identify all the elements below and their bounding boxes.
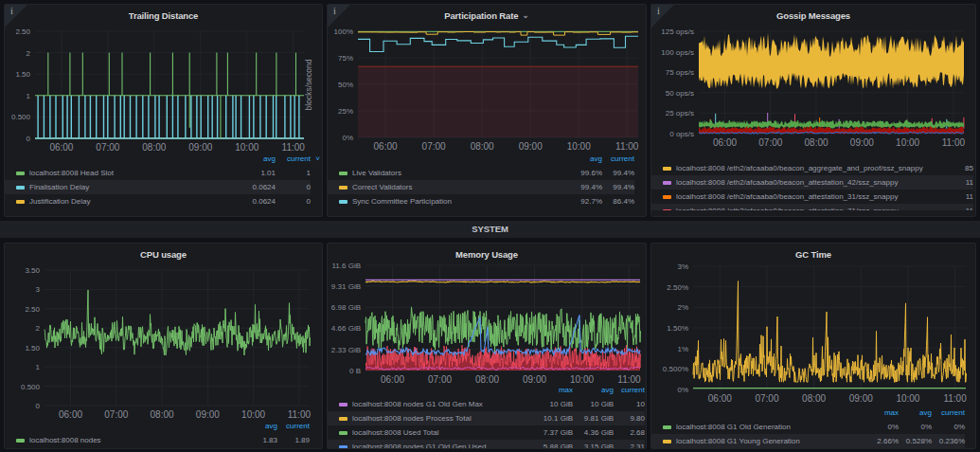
y-tick-label: 2 (36, 324, 41, 333)
y-tick-label: 0.500% (663, 365, 688, 373)
legend-value: 9.81 GiB (573, 411, 614, 425)
x-tick-label: 07:00 (422, 141, 446, 152)
legend-sort-max[interactable]: max (527, 384, 573, 397)
x-tick-label: 06:00 (708, 393, 732, 404)
legend-row-gossip-messages-3[interactable]: localhost:8008 /eth2/afcaaba0/beacon_att… (651, 204, 973, 210)
legend-sort-current[interactable]: current ˅ (276, 153, 311, 166)
legend-row-gc-time-1[interactable]: localhost:8008 G1 Young Generation2.66%0… (651, 434, 965, 448)
legend-row-trailing-distance-1[interactable]: Finalisation Delay0.06240 (5, 180, 311, 194)
legend-value: 11 (953, 204, 973, 210)
series-threshold (358, 66, 638, 137)
legend-sort-avg[interactable]: avg (230, 153, 276, 166)
legend-value: 0% (853, 420, 899, 434)
legend-value: 0 (276, 180, 311, 194)
y-tick-label: 1% (677, 345, 688, 353)
legend-row-gossip-messages-1[interactable]: localhost:8008 /eth2/afcaaba0/beacon_att… (651, 175, 973, 190)
legend-row-cpu-usage-0[interactable]: localhost:8008 nodes1.831.89 (5, 433, 310, 447)
legend-gc-time: maxavgcurrentlocalhost:8008 G1 Old Gener… (651, 407, 975, 448)
y-tick-label: 75 ops/s (666, 68, 694, 77)
legend-row-memory-usage-0[interactable]: localhost:8008 nodes G1 Old Gen Max10 Gi… (328, 397, 645, 411)
legend-label: localhost:8008 Used Total (352, 425, 527, 440)
x-tick-label: 09:00 (188, 142, 212, 153)
series-used-total (365, 307, 641, 353)
y-tick-label: 11.6 GiB (331, 262, 361, 270)
legend-label: localhost:8008 /eth2/afcaaba0/beacon_agg… (676, 161, 953, 175)
y-tick-label: 2.50 (15, 27, 30, 36)
x-tick-label: 11:00 (942, 137, 966, 148)
legend-sort-avg[interactable]: avg (232, 420, 277, 433)
legend-value: 1.89 (277, 433, 310, 447)
y-tick-label: 125 ops/s (661, 27, 694, 36)
panel-info-corner[interactable]: i (328, 5, 350, 27)
legend-sort-label: current (286, 422, 310, 430)
x-tick-label: 10:00 (567, 141, 591, 152)
panel-gossip-messages: iGossip Messages0 ops/s25 ops/s50 ops/s7… (650, 4, 976, 217)
panel-participation-rate: iParticipation Rate⌄0%25%50%75%100%06:00… (327, 4, 647, 217)
legend-row-trailing-distance-0[interactable]: localhost:8008 Head Slot1.011 (5, 166, 311, 180)
y-tick-label: 25% (338, 107, 353, 116)
panel-info-corner[interactable]: i (651, 5, 674, 27)
legend-sort-current[interactable]: current (932, 407, 965, 420)
y-tick-label: 3% (677, 262, 688, 271)
legend-row-gossip-messages-2[interactable]: localhost:8008 /eth2/afcaaba0/beacon_att… (651, 190, 973, 204)
panel-title-cpu-usage[interactable]: CPU usage (33, 246, 294, 262)
legend-sort-avg[interactable]: avg (573, 384, 614, 397)
panel-info-corner[interactable]: i (5, 5, 27, 27)
y-tick-label: 2% (677, 303, 688, 312)
series-color-swatch (663, 195, 671, 199)
y-tick-label: 100% (334, 27, 353, 36)
y-tick-label: 0% (677, 386, 688, 394)
legend-value: 0 (276, 194, 311, 208)
legend-row-gc-time-0[interactable]: localhost:8008 G1 Old Generation0%0%0% (651, 420, 965, 434)
legend-row-participation-rate-0[interactable]: Live Validators99.6%99.4% (328, 166, 634, 180)
row-header-label: SYSTEM (472, 224, 508, 234)
legend-row-trailing-distance-2[interactable]: Justification Delay0.06240 (5, 194, 311, 208)
legend-sort-current[interactable]: current (614, 384, 645, 397)
legend-row-memory-usage-1[interactable]: localhost:8008 nodes Process Total10.1 G… (328, 411, 645, 425)
legend-row-gossip-messages-0[interactable]: localhost:8008 /eth2/afcaaba0/beacon_agg… (651, 161, 973, 175)
series-color-swatch (663, 425, 671, 429)
panel-title-gc-time[interactable]: GC Time (680, 246, 947, 262)
panel-memory-usage: Memory Usage0 B2.33 GiB4.66 GiB6.98 GiB9… (327, 243, 647, 449)
legend-sort-avg[interactable]: avg (557, 153, 602, 166)
x-tick-label: 08:00 (142, 142, 166, 153)
legend-label: localhost:8008 G1 Young Generation (676, 434, 853, 448)
legend-value: 85 (953, 161, 973, 175)
legend-sort-label: max (559, 386, 573, 394)
series-color-swatch (663, 440, 671, 443)
panel-title-participation-rate[interactable]: Participation Rate⌄ (356, 8, 617, 24)
legend-row-memory-usage-2[interactable]: localhost:8008 Used Total7.37 GiB4.36 Gi… (328, 425, 645, 440)
x-tick-label: 07:00 (96, 142, 119, 153)
legend-row-memory-usage-3[interactable]: localhost:8008 nodes G1 Old Gen Used5.88… (328, 440, 645, 448)
y-tick-label: 25 ops/s (666, 109, 694, 118)
panel-title-memory-usage[interactable]: Memory Usage (356, 246, 617, 262)
row-header-system[interactable]: SYSTEM (0, 221, 980, 238)
series-process-total (365, 281, 640, 283)
legend-sort-label: current (287, 154, 311, 163)
sort-caret-icon: ˅ (315, 153, 320, 166)
legend-sort-current[interactable]: current (602, 153, 634, 166)
x-tick-label: 09:00 (849, 393, 873, 404)
series-g1-young-generation (693, 281, 967, 383)
y-tick-label: 0 ops/s (669, 130, 694, 138)
legend-value: 10 (614, 397, 645, 411)
legend-header: maxavgcurrent (651, 407, 965, 420)
panel-title-text: Participation Rate (444, 10, 518, 21)
legend-label: Live Validators (352, 166, 557, 180)
y-tick-label: 9.31 GiB (331, 282, 361, 291)
x-tick-label: 10:00 (235, 142, 258, 153)
panel-title-gossip-messages[interactable]: Gossip Messages (680, 8, 947, 24)
panel-gc-time: GC Time0%0.500%1%1.50%2%2.50%3%06:0007:0… (650, 243, 976, 449)
legend-row-participation-rate-2[interactable]: Sync Committee Participation92.7%86.4% (328, 194, 634, 208)
y-tick-label: 2.50 (25, 305, 40, 314)
legend-trailing-distance: avgcurrent ˅localhost:8008 Head Slot1.01… (5, 153, 322, 208)
y-tick-label: 1 (36, 363, 41, 371)
x-tick-label: 08:00 (802, 393, 826, 404)
legend-sort-avg[interactable]: avg (899, 407, 932, 420)
legend-row-participation-rate-1[interactable]: Correct Validators99.4%99.4% (328, 180, 634, 194)
legend-sort-max[interactable]: max (853, 407, 899, 420)
panel-title-trailing-distance[interactable]: Trailing Distance (33, 8, 294, 24)
legend-sort-current[interactable]: current (277, 420, 310, 433)
series-color-swatch (339, 172, 347, 175)
series-color-swatch (16, 439, 25, 443)
